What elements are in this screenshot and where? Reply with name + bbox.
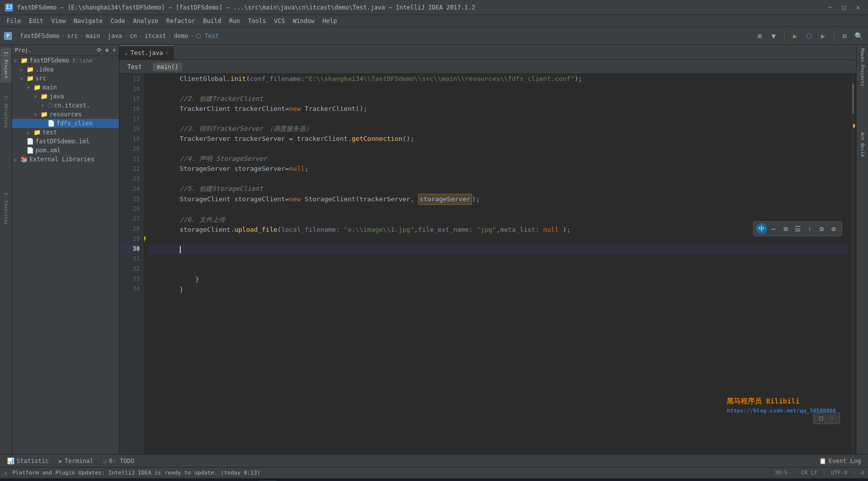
toolbar-run[interactable]: ▶ — [790, 30, 801, 41]
small-square-icon[interactable]: □ — [817, 414, 826, 423]
menu-navigate[interactable]: Navigate — [70, 16, 107, 25]
bottom-tab-eventlog[interactable]: 📋 Event Log — [815, 457, 865, 466]
tree-item-external[interactable]: ▶ 📚 External Libraries — [12, 155, 119, 164]
tree-item-src[interactable]: ▼ 📁 src — [12, 74, 119, 83]
minimap-scrollbar[interactable] — [852, 74, 856, 454]
status-indent[interactable]: 4 — [861, 470, 864, 476]
code-line-15: //2. 创建TrackerClient — [148, 94, 848, 104]
minimize-button[interactable]: ─ — [825, 2, 835, 12]
code-line-13: ClientGlobal.init( conf_filename: "E:\\s… — [148, 74, 848, 84]
tree-item-fdfs-conf[interactable]: ▶ 📄 fdfs_clien — [12, 119, 119, 128]
status-sep2: | — [823, 470, 826, 476]
tree-item-iml[interactable]: ▶ 📄 fastDFSdemo.iml — [12, 137, 119, 146]
floating-btn-3[interactable]: ☰ — [792, 223, 803, 234]
position-label: 30:5 — [775, 470, 788, 476]
menu-refactor[interactable]: Refactor — [162, 16, 199, 25]
floating-btn-5[interactable]: ⚙ — [816, 223, 827, 234]
status-charset[interactable]: UTF-8 — [831, 470, 848, 476]
toolbar-icon-layout[interactable]: ⊟ — [839, 30, 850, 41]
menu-analyze[interactable]: Analyze — [129, 16, 162, 25]
floating-btn-2[interactable]: ⊞ — [780, 223, 791, 234]
charset-label: UTF-8 — [831, 470, 848, 476]
floating-btn-6[interactable]: ⚙ — [828, 223, 839, 234]
code-line-33: } — [148, 275, 848, 285]
code-line-30[interactable] — [148, 245, 848, 255]
bottom-tab-statistic[interactable]: 📊 Statistic — [3, 457, 53, 466]
main-layout: 1: Project 2: Structure 2: Favorites Pro… — [0, 45, 868, 454]
panel-tab-ant[interactable]: Ant Build — [857, 129, 868, 159]
bottom-toolbar: 📊 Statistic ▶ Terminal ☑ 6: TODO 📋 Event… — [0, 454, 868, 467]
tab-close-btn[interactable]: ✕ — [165, 50, 168, 55]
tree-gear-icon[interactable]: ⚙ — [105, 47, 109, 53]
breadcrumb-project[interactable]: fastDFSdemo — [20, 32, 59, 39]
toolbar-coverage[interactable]: ▶ — [818, 30, 829, 41]
menu-tools[interactable]: Tools — [244, 16, 270, 25]
breadcrumb-itcast[interactable]: itcast — [144, 32, 166, 39]
tree-expand-icon[interactable]: + — [112, 47, 116, 53]
search-everywhere-icon[interactable]: 🔍 — [853, 30, 864, 41]
tree-sync-icon[interactable]: ⟳ — [97, 47, 101, 53]
tree-item-resources[interactable]: ▼ 📁 resources — [12, 110, 119, 119]
breadcrumb-src[interactable]: src — [67, 32, 78, 39]
title-bar: IJ fastDFSdemo – [E:\shanghai34\fastDFSd… — [0, 0, 868, 15]
breadcrumb-cn[interactable]: cn — [130, 32, 137, 39]
code-line-16: TrackerClient trackerClient=new TrackerC… — [148, 104, 848, 114]
code-line-19: TrackerServer trackerServer = trackerCli… — [148, 134, 848, 144]
method-main-btn[interactable]: main() — [153, 62, 182, 71]
bottom-tab-todo[interactable]: ☑ 6: TODO — [99, 457, 138, 466]
floating-btn-4[interactable]: ↑ — [804, 223, 815, 234]
tree-item-cn[interactable]: ▼ ⬡ cn.itcast. — [12, 101, 119, 110]
todo-label: 6: TODO — [109, 458, 134, 465]
menu-help[interactable]: Help — [319, 16, 341, 25]
tree-item-java[interactable]: ▼ 📁 java — [12, 92, 119, 101]
menu-window[interactable]: Window — [289, 16, 318, 25]
floating-btn-1[interactable]: ⋯ — [768, 223, 779, 234]
floating-translate-btn[interactable]: 中 — [756, 223, 767, 234]
panel-tab-structure[interactable]: 2: Structure — [0, 94, 11, 129]
breadcrumb-demo[interactable]: demo — [174, 32, 188, 39]
tree-item-fastdfs[interactable]: ▼ 📁 fastDFSdemo E:\sha — [12, 56, 119, 65]
toolbar-icon-1[interactable]: ⊞ — [754, 30, 765, 41]
tree-item-idea[interactable]: ▶ 📁 .idea — [12, 65, 119, 74]
encoding-label: CR LF — [801, 470, 818, 476]
menu-view[interactable]: View — [47, 16, 70, 25]
menu-code[interactable]: Code — [107, 16, 129, 25]
left-panel-tabs: 1: Project 2: Structure 2: Favorites — [0, 45, 12, 454]
bottom-tab-terminal[interactable]: ▶ Terminal — [55, 457, 97, 466]
toolbar-separator — [784, 31, 785, 41]
project-icon: P — [4, 32, 12, 40]
menu-build[interactable]: Build — [199, 16, 225, 25]
panel-tab-maven[interactable]: Maven Projects — [857, 47, 868, 87]
menu-file[interactable]: File — [2, 16, 25, 25]
lightbulb-icon: 💡 — [144, 235, 147, 245]
breadcrumb-main[interactable]: main — [85, 32, 100, 39]
menu-vcs[interactable]: VCS — [270, 16, 289, 25]
panel-tab-favorites[interactable]: 2: Favorites — [0, 191, 11, 226]
eventlog-icon: 📋 — [819, 458, 827, 465]
method-class-btn[interactable]: Test — [123, 62, 146, 71]
code-line-31 — [148, 255, 848, 265]
panel-tab-project[interactable]: 1: Project — [0, 47, 11, 82]
menu-run[interactable]: Run — [225, 16, 244, 25]
tab-label: Test.java — [130, 49, 163, 56]
status-warning-icon: ⚠ — [4, 470, 7, 476]
breadcrumb-test[interactable]: ⬡ Test — [196, 32, 219, 39]
maximize-button[interactable]: □ — [839, 2, 849, 12]
breadcrumb-java[interactable]: java — [108, 32, 122, 39]
statistic-label: Statistic — [16, 458, 49, 465]
tree-item-test[interactable]: ▶ 📁 test — [12, 128, 119, 137]
toolbar: P fastDFSdemo › src › main › java › cn ›… — [0, 27, 868, 45]
tree-item-main[interactable]: ▼ 📁 main — [12, 83, 119, 92]
method-bar: Test › main() — [119, 60, 856, 74]
status-position[interactable]: 30:5 — [775, 470, 788, 476]
terminal-label: Terminal — [64, 458, 93, 465]
editor-tab-test[interactable]: ☕ Test.java ✕ — [119, 45, 174, 59]
toolbar-sep2 — [834, 31, 834, 41]
tree-item-pom[interactable]: ▶ 📄 pom.xml — [12, 146, 119, 155]
menu-edit[interactable]: Edit — [25, 16, 47, 25]
close-button[interactable]: ✕ — [853, 2, 863, 12]
small-dot-icon[interactable]: · — [828, 414, 837, 423]
toolbar-debug[interactable]: ⬡ — [804, 30, 815, 41]
toolbar-icon-2[interactable]: ▼ — [768, 30, 779, 41]
status-encoding[interactable]: CR LF — [801, 470, 818, 476]
